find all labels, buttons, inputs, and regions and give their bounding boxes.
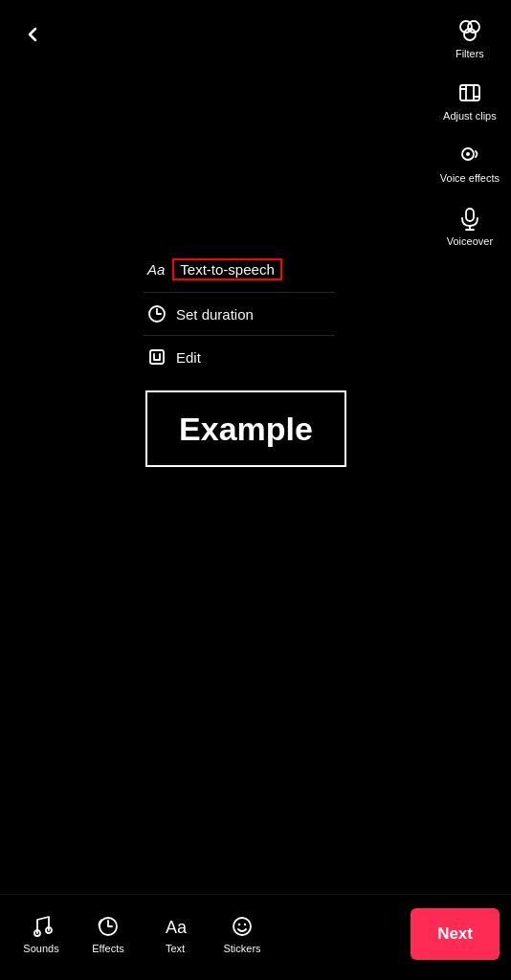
back-button[interactable] [15, 17, 50, 52]
svg-point-18 [238, 923, 240, 924]
example-text: Example [179, 411, 313, 448]
edit-button[interactable]: Edit [144, 336, 335, 378]
set-duration-label: Set duration [176, 306, 254, 323]
bottom-toolbar: Sounds Effects Aa Text [0, 894, 511, 980]
sounds-label: Sounds [23, 943, 58, 954]
voiceover-button[interactable]: Voiceover [441, 197, 499, 256]
svg-point-17 [233, 918, 251, 935]
svg-point-7 [466, 152, 470, 156]
text-label: Text [166, 943, 185, 954]
filters-label: Filters [455, 48, 484, 60]
stickers-label: Stickers [223, 943, 260, 954]
tts-icon: Aa [147, 261, 165, 278]
adjust-clips-button[interactable]: Adjust clips [439, 72, 500, 130]
next-button[interactable]: Next [411, 908, 500, 960]
text-button[interactable]: Aa Text [142, 906, 209, 962]
svg-rect-3 [460, 85, 479, 100]
voice-effects-label: Voice effects [440, 172, 500, 185]
svg-point-19 [244, 923, 246, 924]
effects-label: Effects [92, 943, 123, 954]
svg-text:Aa: Aa [166, 918, 188, 937]
example-text-box[interactable]: Example [145, 390, 346, 467]
svg-rect-8 [466, 209, 474, 221]
effects-button[interactable]: Effects [75, 906, 142, 962]
voice-effects-button[interactable]: Voice effects [436, 134, 503, 192]
svg-rect-12 [150, 350, 164, 364]
voiceover-label: Voiceover [447, 235, 493, 248]
sounds-button[interactable]: Sounds [8, 906, 75, 962]
filters-button[interactable]: Filters [441, 10, 499, 68]
edit-label: Edit [176, 349, 201, 366]
stickers-button[interactable]: Stickers [209, 906, 276, 962]
tts-label: Text-to-speech [172, 258, 281, 280]
context-menu: Aa Text-to-speech Set duration Edit [144, 247, 335, 378]
adjust-clips-label: Adjust clips [443, 110, 497, 122]
right-toolbar: Filters Adjust clips Voice effects Voi [436, 10, 503, 256]
text-to-speech-button[interactable]: Aa Text-to-speech [144, 247, 335, 293]
set-duration-button[interactable]: Set duration [144, 293, 335, 336]
